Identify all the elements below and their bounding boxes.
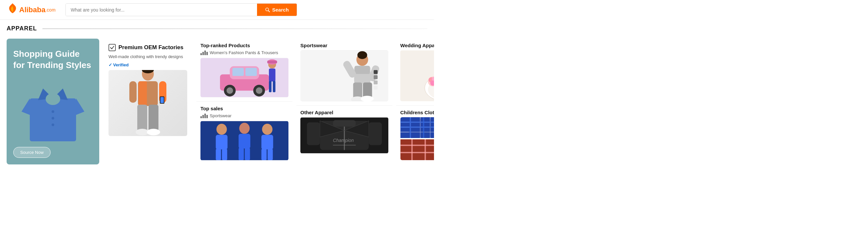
svg-rect-58: [353, 82, 363, 99]
sportswear-image[interactable]: [300, 50, 389, 101]
svg-rect-46: [245, 148, 250, 160]
svg-point-43: [239, 123, 250, 134]
logo-flame-icon: [7, 3, 19, 17]
other-apparel-title: Other Apparel: [300, 110, 389, 115]
hero-banner[interactable]: Shopping Guide for Trending Styles: [7, 39, 99, 165]
svg-rect-63: [374, 75, 378, 79]
top-sales-section: Top sales Sportswear: [196, 102, 292, 165]
bar3: [205, 114, 206, 118]
plaid-shirt-3: [400, 139, 434, 160]
bar4: [207, 52, 208, 55]
bar3: [205, 50, 206, 55]
svg-text:Champion: Champion: [333, 138, 354, 143]
childrens-image[interactable]: [400, 117, 434, 160]
bar2: [203, 115, 204, 118]
sportswear-section: Sportswear: [297, 39, 392, 106]
svg-rect-19: [137, 105, 147, 131]
car-pants-svg: [200, 58, 288, 97]
wedding-column: Wedding Apparel & Accessories: [396, 39, 434, 165]
svg-rect-35: [269, 68, 276, 81]
childrens-section: Childrens Clothing: [396, 106, 434, 164]
source-now-button[interactable]: Source Now: [13, 147, 51, 158]
svg-rect-64: [374, 80, 378, 84]
shirt-svg: [20, 82, 86, 145]
svg-rect-71: [333, 120, 356, 127]
section-divider: [42, 28, 427, 29]
svg-rect-15: [129, 81, 136, 103]
oem-title-text: Premium OEM Factories: [118, 44, 184, 51]
check-icon: [108, 44, 116, 51]
logo-text: Alibaba: [19, 6, 45, 14]
svg-rect-72: [307, 123, 320, 145]
hero-title: Shopping Guide for Trending Styles: [13, 48, 93, 71]
search-btn-label: Search: [272, 7, 289, 12]
svg-rect-55: [355, 66, 370, 74]
svg-point-9: [52, 117, 54, 119]
top-sales-title: Top sales: [200, 106, 288, 111]
top-ranked-sub-label: Women's Fashion Pants & Trousers: [210, 50, 278, 55]
search-input[interactable]: [66, 4, 257, 16]
wedding-svg: [400, 50, 434, 101]
svg-line-1: [268, 10, 270, 12]
search-button[interactable]: Search: [257, 4, 297, 16]
other-apparel-section: Other Apparel: [297, 106, 392, 158]
top-sales-image[interactable]: [200, 121, 288, 161]
other-apparel-image[interactable]: Champion: [300, 117, 389, 153]
svg-rect-14: [138, 81, 147, 106]
top-sales-sub-label: Sportswear: [210, 113, 231, 118]
svg-point-53: [357, 51, 367, 59]
svg-rect-108: [401, 139, 434, 160]
svg-marker-6: [22, 98, 30, 115]
svg-rect-20: [149, 105, 158, 131]
svg-point-61: [361, 96, 373, 101]
svg-rect-50: [268, 149, 273, 160]
plaid-shirt-1: [400, 117, 434, 138]
bar4: [207, 115, 208, 118]
svg-rect-45: [239, 148, 244, 160]
logo-com: .com: [45, 7, 55, 12]
oem-product-image[interactable]: [108, 70, 187, 136]
wedding-title: Wedding Apparel & Accessories: [400, 43, 434, 48]
top-ranked-section: Top-ranked Products Women's Fashion Pant…: [196, 39, 292, 102]
svg-rect-37: [273, 81, 276, 92]
svg-rect-42: [222, 149, 227, 160]
search-bar: Search: [65, 3, 297, 16]
svg-rect-18: [160, 97, 164, 103]
svg-rect-44: [239, 134, 250, 148]
svg-rect-34: [267, 61, 277, 63]
logo[interactable]: Alibaba .com: [7, 3, 56, 17]
svg-rect-48: [261, 135, 273, 149]
svg-point-8: [52, 110, 54, 113]
svg-rect-49: [261, 149, 267, 160]
svg-point-22: [147, 129, 160, 135]
top-ranked-title: Top-ranked Products: [200, 43, 288, 48]
oem-card: Premium OEM Factories Well-made clothing…: [103, 39, 192, 165]
bar1: [200, 53, 202, 55]
verified-label: Verified: [113, 62, 129, 67]
svg-point-47: [262, 124, 273, 135]
top-ranked-column: Top-ranked Products Women's Fashion Pant…: [196, 39, 292, 165]
section-title: APPAREL: [7, 25, 37, 32]
sportswear-group-svg: [200, 121, 288, 161]
svg-rect-36: [269, 81, 272, 92]
header: Alibaba .com Search: [0, 0, 434, 20]
search-icon: [265, 7, 270, 12]
verified-tag: ✓ Verified: [108, 62, 187, 67]
svg-point-29: [226, 88, 233, 94]
top-ranked-image[interactable]: [200, 58, 288, 97]
sportswear-runner-svg: [300, 50, 389, 101]
svg-rect-26: [232, 68, 244, 76]
sportswear-title: Sportswear: [300, 43, 389, 48]
childrens-title: Childrens Clothing: [400, 110, 434, 115]
hero-shirt-illustration: [7, 82, 99, 145]
bar1: [200, 116, 202, 118]
content-area: Shopping Guide for Trending Styles: [0, 35, 434, 168]
top-ranked-sub: Women's Fashion Pants & Trousers: [200, 50, 288, 55]
wedding-image[interactable]: [400, 50, 434, 101]
bar-chart-icon-2: [200, 114, 208, 118]
svg-point-39: [216, 124, 227, 135]
svg-rect-65: [374, 86, 378, 90]
svg-rect-40: [216, 135, 227, 149]
svg-rect-62: [374, 70, 378, 74]
svg-rect-73: [369, 123, 382, 145]
